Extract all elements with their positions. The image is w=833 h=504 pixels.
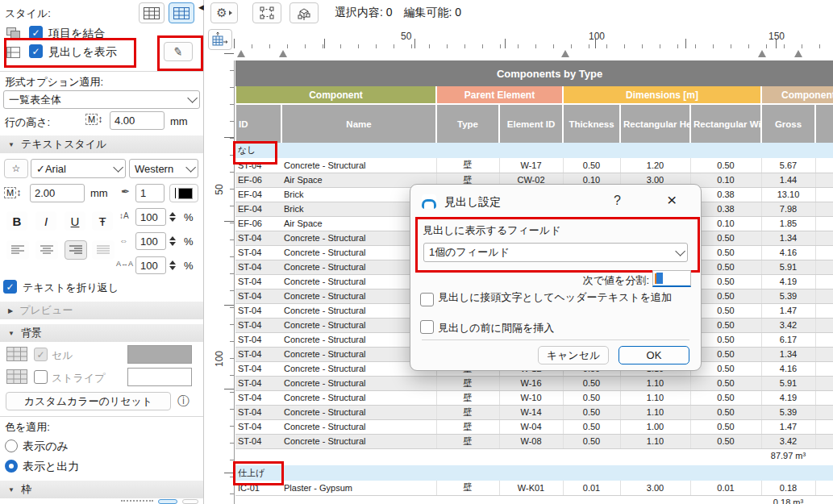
column-header[interactable]: Rectangular Width (690, 104, 761, 143)
table-cell[interactable] (815, 202, 833, 216)
table-cell[interactable]: Concrete - Structural (281, 434, 436, 448)
vertical-ruler[interactable]: 50 100 (213, 53, 234, 504)
table-cell[interactable]: W-14 (499, 405, 563, 419)
split-delimiter-input[interactable] (652, 270, 691, 287)
select-elements-button[interactable] (252, 2, 281, 23)
column-marker[interactable] (758, 50, 766, 57)
table-cell[interactable]: 1.47 (761, 419, 815, 434)
table-cell[interactable]: EF-06 (235, 216, 281, 231)
table-cell[interactable]: 1.00 (620, 419, 690, 434)
ok-button[interactable]: OK (619, 346, 689, 364)
table-cell[interactable]: 0.50 (690, 419, 761, 434)
table-cell[interactable] (815, 274, 833, 289)
table-cell[interactable]: 1.10 (620, 390, 690, 405)
table-cell[interactable]: W-04 (499, 419, 563, 434)
table-cell[interactable]: ST-04 (235, 274, 281, 289)
table-row[interactable]: IC-01Plaster - Gypsum壁W-K010.013.000.010… (235, 481, 833, 495)
table-cell[interactable]: 5.91 (761, 376, 815, 390)
table-cell[interactable]: 1.85 (761, 216, 815, 231)
wrap-text-checkbox[interactable]: ✓ (3, 280, 17, 294)
style-preset-1-button[interactable] (139, 2, 165, 23)
table-cell[interactable]: 4.16 (761, 361, 815, 376)
table-cell[interactable] (815, 481, 833, 495)
font-family-select[interactable]: ✓Arial (31, 159, 126, 178)
align-left-button[interactable] (6, 240, 29, 260)
table-cell[interactable] (815, 216, 833, 231)
table-cell[interactable]: 壁 (436, 419, 499, 434)
table-cell[interactable] (815, 158, 833, 173)
font-size-input[interactable]: 2.00 (30, 184, 85, 202)
row-height-input[interactable]: 4.00 (110, 111, 165, 130)
pen-color-button[interactable] (169, 184, 198, 202)
table-cell[interactable]: 1.47 (761, 303, 815, 318)
table-cell[interactable]: 3.42 (761, 434, 815, 448)
table-cell[interactable]: EF-06 (235, 173, 281, 187)
table-cell[interactable] (815, 405, 833, 419)
column-header[interactable]: Name (281, 104, 436, 143)
table-row[interactable]: ST-04Concrete - Structural壁W-080.501.100… (235, 434, 833, 448)
merge-items-checkbox[interactable]: ✓ (29, 26, 43, 40)
column-marker[interactable] (794, 50, 802, 57)
table-cell[interactable]: 1.34 (761, 231, 815, 245)
table-cell[interactable]: EF-04 (235, 202, 281, 216)
style-preset-2-button[interactable] (169, 2, 194, 23)
table-cell[interactable]: W-K01 (499, 481, 563, 495)
char-width-input[interactable]: 100 (135, 232, 166, 250)
table-cell[interactable]: W-10 (499, 390, 563, 405)
table-cell[interactable] (815, 419, 833, 434)
cell-background-checkbox[interactable]: ✓ (34, 348, 48, 361)
cell-color-swatch[interactable] (127, 345, 192, 364)
table-cell[interactable]: ST-04 (235, 231, 281, 245)
table-cell[interactable]: 0.01 (563, 481, 620, 495)
table-cell[interactable] (815, 332, 833, 347)
insert-gap-checkbox[interactable] (420, 320, 434, 334)
table-cell[interactable]: 壁 (436, 405, 499, 419)
ruler-origin-button[interactable] (208, 29, 232, 50)
char-width-stepper[interactable] (169, 232, 181, 250)
table-cell[interactable] (815, 390, 833, 405)
column-header[interactable]: ID (235, 104, 281, 143)
table-cell[interactable]: 4.19 (761, 274, 815, 289)
align-right-button[interactable] (65, 240, 87, 260)
table-cell[interactable]: Concrete - Structural (281, 158, 436, 173)
table-cell[interactable]: 0.50 (563, 434, 620, 448)
table-cell[interactable]: W-08 (499, 434, 563, 448)
edit-heading-button[interactable]: ✎ (164, 42, 193, 61)
table-cell[interactable]: 6.17 (761, 332, 815, 347)
table-row[interactable]: ST-04Concrete - Structural壁W-140.501.100… (235, 405, 833, 419)
align-center-button[interactable] (35, 240, 58, 260)
table-cell[interactable]: ST-04 (235, 260, 281, 274)
table-cell[interactable]: Plaster - Gypsum (281, 481, 436, 495)
line-spacing-stepper[interactable] (169, 208, 181, 226)
column-group-header[interactable]: Parent Element (436, 86, 563, 104)
section-heading-cell[interactable]: 仕上げ (235, 465, 281, 481)
table-cell[interactable]: 4.19 (761, 390, 815, 405)
table-cell[interactable]: 1.20 (620, 158, 690, 173)
column-header[interactable]: Type (436, 104, 499, 143)
help-button[interactable]: ? (614, 194, 621, 208)
table-cell[interactable]: ST-04 (235, 405, 281, 419)
table-cell[interactable]: ST-04 (235, 434, 281, 448)
table-cell[interactable] (815, 361, 833, 376)
table-cell[interactable]: ST-04 (235, 419, 281, 434)
table-cell[interactable]: 4.16 (761, 245, 815, 260)
table-cell[interactable]: 1.34 (761, 347, 815, 361)
table-row[interactable]: ST-04Concrete - Structural壁W-160.501.100… (235, 376, 833, 390)
table-cell[interactable] (815, 245, 833, 260)
table-cell[interactable]: 3.00 (620, 481, 690, 495)
section-heading-cell[interactable]: なし (235, 143, 281, 158)
table-cell[interactable] (815, 231, 833, 245)
column-marker[interactable] (561, 50, 569, 57)
table-cell[interactable]: Concrete - Structural (281, 405, 436, 419)
table-cell[interactable]: 0.50 (690, 390, 761, 405)
heading-field-select[interactable]: 1個のフィールド (423, 243, 688, 262)
pen-number-input[interactable]: 1 (135, 184, 165, 202)
table-cell[interactable]: ST-04 (235, 289, 281, 303)
column-marker[interactable] (279, 50, 287, 57)
text-style-section-header[interactable]: ▼ テキストスタイル (0, 135, 203, 153)
table-cell[interactable]: 0.50 (690, 405, 761, 419)
table-cell[interactable]: 0.50 (690, 376, 761, 390)
table-cell[interactable]: ST-04 (235, 390, 281, 405)
preview-section-header[interactable]: ▶ プレビュー (0, 302, 203, 319)
table-cell[interactable]: 0.50 (563, 419, 620, 434)
